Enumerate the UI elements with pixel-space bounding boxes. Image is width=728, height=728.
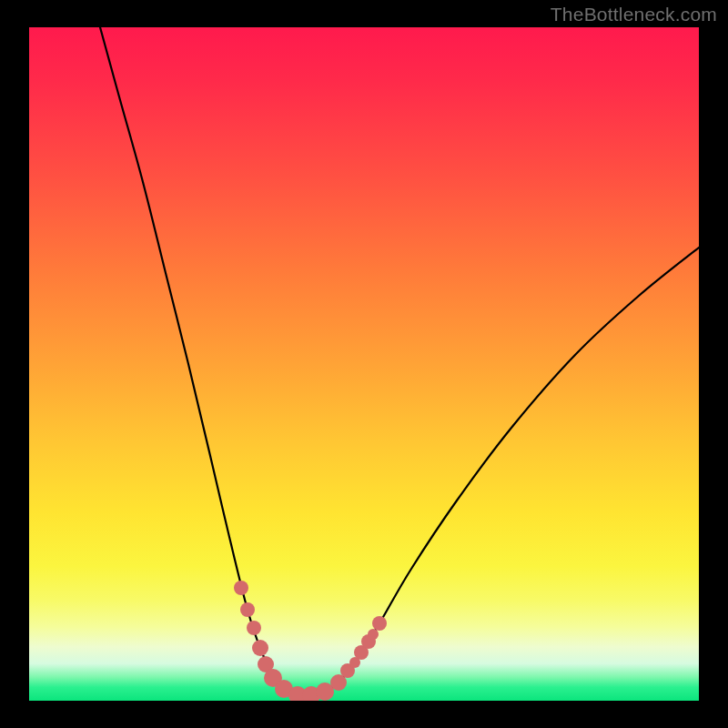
- curve-markers: [234, 581, 387, 701]
- bottleneck-curve-chart: [29, 27, 699, 701]
- curve-marker: [252, 640, 268, 656]
- curve-marker: [247, 621, 261, 635]
- curve-marker: [372, 616, 387, 631]
- v-curve-line: [100, 27, 699, 696]
- curve-marker: [240, 602, 255, 617]
- chart-frame: [29, 27, 699, 701]
- curve-marker: [234, 581, 248, 595]
- curve-marker: [368, 629, 379, 640]
- watermark-text: TheBottleneck.com: [551, 4, 717, 25]
